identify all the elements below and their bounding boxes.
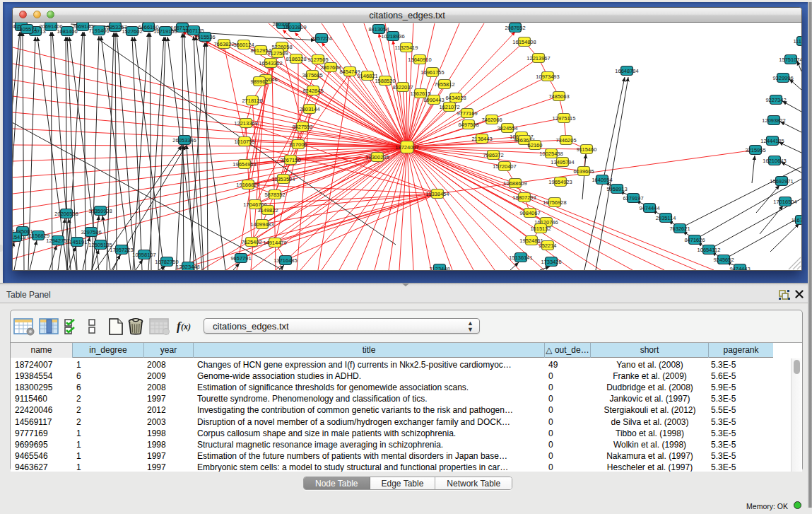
svg-text:19756928: 19756928 [543, 199, 566, 206]
svg-text:10973493: 10973493 [536, 74, 559, 80]
svg-text:9657791: 9657791 [230, 255, 251, 262]
svg-text:13495794: 13495794 [551, 159, 574, 165]
svg-text:1167534: 1167534 [792, 217, 801, 223]
svg-text:6039605: 6039605 [573, 168, 594, 175]
svg-text:6379197: 6379197 [623, 195, 643, 201]
svg-text:16543362: 16543362 [259, 60, 282, 66]
svg-text:6497508: 6497508 [458, 122, 478, 128]
svg-text:10218936: 10218936 [381, 33, 404, 40]
svg-text:7462066: 7462066 [481, 117, 502, 123]
svg-text:2136443: 2136443 [471, 136, 492, 142]
svg-text:9245652: 9245652 [713, 257, 734, 263]
svg-text:9115460: 9115460 [577, 146, 597, 153]
svg-text:3215955: 3215955 [745, 147, 765, 153]
svg-text:12942757: 12942757 [46, 238, 69, 244]
svg-text:15692971: 15692971 [770, 178, 793, 185]
svg-text:8990443: 8990443 [423, 97, 444, 103]
svg-text:11353594: 11353594 [272, 176, 295, 182]
svg-text:989962: 989962 [250, 78, 268, 85]
svg-text:7857224: 7857224 [311, 35, 331, 42]
svg-text:7515536: 7515536 [194, 34, 215, 40]
svg-text:5958913: 5958913 [606, 186, 627, 192]
svg-text:10958107: 10958107 [132, 252, 155, 258]
svg-text:1615132: 1615132 [530, 226, 551, 232]
svg-text:15720407: 15720407 [493, 163, 516, 170]
svg-text:6434028: 6434028 [445, 95, 466, 101]
svg-text:1621072: 1621072 [439, 104, 459, 110]
svg-text:1112111: 1112111 [794, 38, 801, 45]
svg-text:8186328: 8186328 [286, 56, 306, 62]
svg-text:3267150: 3267150 [280, 157, 300, 163]
svg-text:12444185: 12444185 [760, 138, 784, 144]
svg-text:9127509: 9127509 [267, 50, 288, 57]
svg-text:817006: 817006 [289, 141, 307, 148]
svg-text:26053346: 26053346 [172, 137, 196, 144]
svg-text:12093822: 12093822 [762, 117, 785, 124]
svg-text:11338454: 11338454 [426, 191, 449, 197]
svg-text:7632621: 7632621 [669, 226, 690, 232]
svg-text:252214: 252214 [539, 243, 556, 249]
svg-text:2867608: 2867608 [320, 64, 341, 71]
svg-text:9227342: 9227342 [765, 97, 786, 103]
svg-text:7663822: 7663822 [213, 41, 234, 47]
svg-text:12213369: 12213369 [234, 120, 257, 127]
svg-text:8413054: 8413054 [368, 26, 389, 33]
svg-text:16782759: 16782759 [155, 259, 178, 265]
svg-text:17359928: 17359928 [88, 208, 112, 214]
svg-text:16648784: 16648784 [615, 68, 638, 74]
svg-text:7485063: 7485063 [548, 93, 569, 100]
svg-text:2803144: 2803144 [299, 106, 319, 112]
svg-text:2718126: 2718126 [242, 98, 262, 104]
svg-text:13640910: 13640910 [408, 57, 431, 63]
svg-text:16033809: 16033809 [283, 24, 306, 30]
svg-text:12975115: 12975115 [553, 115, 576, 122]
svg-text:8471626: 8471626 [684, 237, 705, 243]
svg-text:18807293: 18807293 [512, 194, 536, 201]
svg-text:1145191: 1145191 [67, 239, 88, 245]
svg-text:9084067: 9084067 [519, 210, 540, 216]
svg-text:9127505: 9127505 [307, 57, 328, 63]
svg-text:12923448: 12923448 [176, 264, 199, 270]
svg-text:19166827: 19166827 [236, 182, 259, 188]
svg-text:2935114: 2935114 [656, 215, 676, 221]
svg-text:(x): (x) [181, 322, 191, 332]
svg-text:1733426: 1733426 [541, 259, 561, 265]
svg-text:2087652: 2087652 [505, 25, 525, 31]
svg-text:3915413: 3915413 [13, 234, 26, 240]
svg-text:3123448: 3123448 [429, 266, 449, 271]
svg-text:16154808: 16154808 [512, 39, 536, 45]
svg-text:7346205: 7346205 [555, 137, 576, 144]
svg-text:3297586: 3297586 [81, 229, 101, 235]
svg-text:9329996: 9329996 [772, 75, 793, 81]
svg-text:1640954: 1640954 [592, 177, 612, 183]
svg-text:3824554: 3824554 [497, 125, 517, 132]
svg-text:10654112: 10654112 [698, 247, 721, 253]
svg-text:7625402: 7625402 [241, 239, 261, 245]
svg-text:3149822: 3149822 [257, 207, 278, 214]
svg-text:17016504: 17016504 [773, 199, 796, 205]
svg-text:5878352: 5878352 [264, 192, 285, 198]
svg-text:14099483: 14099483 [250, 221, 273, 228]
svg-text:7955812: 7955812 [434, 81, 454, 88]
svg-text:9474444: 9474444 [639, 205, 659, 211]
svg-text:7986372: 7986372 [483, 152, 503, 158]
svg-text:18300295: 18300295 [365, 154, 389, 160]
svg-text:62160: 62160 [528, 142, 543, 148]
svg-text:12213967: 12213967 [526, 55, 550, 62]
svg-text:13716485: 13716485 [273, 257, 297, 264]
svg-text:12505135: 12505135 [88, 242, 112, 248]
svg-text:20206538: 20206538 [54, 211, 78, 217]
svg-text:16961755: 16961755 [420, 69, 444, 76]
svg-text:1010755: 1010755 [234, 139, 254, 145]
svg-text:15751074: 15751074 [779, 57, 801, 63]
svg-text:8242845: 8242845 [302, 88, 323, 94]
svg-text:9474443: 9474443 [729, 266, 750, 271]
svg-text:9777169: 9777169 [457, 110, 477, 117]
svg-text:19654923: 19654923 [548, 179, 572, 185]
svg-text:16210643: 16210643 [763, 158, 786, 164]
svg-text:8427552: 8427552 [292, 124, 312, 130]
svg-text:19654953: 19654953 [233, 161, 256, 168]
svg-text:11325419: 11325419 [395, 45, 418, 51]
svg-text:10025438: 10025438 [539, 151, 563, 157]
svg-text:10688609: 10688609 [503, 180, 526, 187]
